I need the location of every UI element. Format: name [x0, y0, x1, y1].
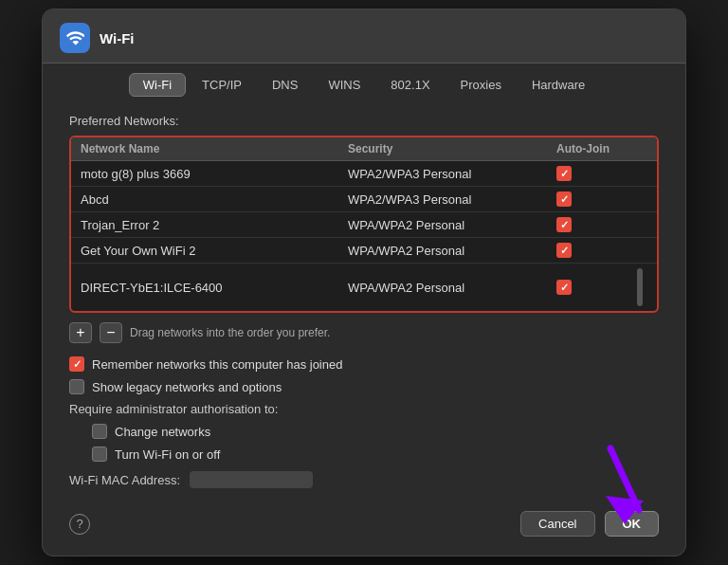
- tab-hardware[interactable]: Hardware: [518, 73, 599, 97]
- network-name-cell: Abcd: [81, 192, 348, 207]
- network-name-cell: Trojan_Error 2: [81, 218, 348, 232]
- wifi-app-icon: [60, 23, 90, 53]
- require-admin-label: Require administrator authorisation to:: [69, 402, 659, 416]
- security-cell: WPA/WPA2 Personal: [348, 281, 556, 295]
- tab-8021x[interactable]: 802.1X: [376, 73, 444, 97]
- table-body: moto g(8) plus 3669 WPA2/WPA3 Personal A…: [71, 161, 657, 311]
- turn-wifi-row: Turn Wi-Fi on or off: [69, 447, 659, 462]
- change-networks-label: Change networks: [115, 425, 210, 439]
- change-networks-row: Change networks: [69, 424, 659, 439]
- window-title: Wi-Fi: [100, 30, 135, 46]
- network-name-cell: Get Your Own WiFi 2: [81, 244, 348, 258]
- drag-hint-text: Drag networks into the order you prefer.: [130, 326, 330, 339]
- tab-proxies[interactable]: Proxies: [446, 73, 516, 97]
- remember-networks-row: Remember networks this computer has join…: [69, 356, 659, 372]
- tab-wins[interactable]: WINS: [314, 73, 374, 97]
- mac-address-value: [190, 471, 313, 488]
- mac-address-row: Wi-Fi MAC Address:: [69, 471, 659, 488]
- change-networks-checkbox[interactable]: [92, 424, 107, 439]
- table-row[interactable]: Trojan_Error 2 WPA/WPA2 Personal: [71, 212, 657, 238]
- footer: ? Cancel OK: [43, 500, 685, 540]
- content-area: Preferred Networks: Network Name Securit…: [43, 102, 685, 500]
- tab-wifi[interactable]: Wi-Fi: [129, 73, 186, 97]
- preferred-networks-label: Preferred Networks:: [69, 114, 659, 128]
- table-row[interactable]: Abcd WPA2/WPA3 Personal: [71, 187, 657, 212]
- remove-network-button[interactable]: −: [100, 322, 122, 343]
- remember-networks-label: Remember networks this computer has join…: [92, 357, 342, 372]
- titlebar: Wi-Fi: [43, 9, 685, 64]
- col-network-name: Network Name: [81, 142, 348, 155]
- add-network-button[interactable]: +: [69, 322, 92, 343]
- autojoin-checkbox[interactable]: [556, 280, 572, 295]
- ok-button[interactable]: OK: [605, 511, 660, 537]
- scrollbar[interactable]: [637, 268, 643, 306]
- table-row[interactable]: moto g(8) plus 3669 WPA2/WPA3 Personal: [71, 161, 657, 187]
- tab-dns[interactable]: DNS: [258, 73, 312, 97]
- show-legacy-checkbox[interactable]: [69, 379, 84, 394]
- show-legacy-row: Show legacy networks and options: [69, 379, 659, 394]
- autojoin-checkbox[interactable]: [556, 243, 572, 258]
- main-window: Wi-Fi Wi-Fi TCP/IP DNS WINS 802.1X Proxi…: [42, 9, 686, 556]
- table-row[interactable]: Get Your Own WiFi 2 WPA/WPA2 Personal: [71, 238, 657, 264]
- add-remove-controls: + − Drag networks into the order you pre…: [69, 322, 659, 343]
- security-cell: WPA2/WPA3 Personal: [348, 167, 556, 181]
- network-name-cell: moto g(8) plus 3669: [81, 167, 348, 181]
- network-name-cell: DIRECT-YbE1:ILCE-6400: [81, 281, 348, 295]
- autojoin-checkbox[interactable]: [556, 166, 572, 181]
- cancel-button[interactable]: Cancel: [520, 511, 594, 537]
- tab-bar: Wi-Fi TCP/IP DNS WINS 802.1X Proxies Har…: [43, 64, 685, 102]
- footer-buttons: Cancel OK: [520, 511, 659, 537]
- remember-networks-checkbox[interactable]: [69, 356, 84, 372]
- autojoin-checkbox[interactable]: [556, 191, 572, 207]
- mac-address-label: Wi-Fi MAC Address:: [69, 473, 180, 487]
- autojoin-checkbox[interactable]: [556, 217, 572, 232]
- networks-table: Network Name Security Auto-Join moto g(8…: [69, 136, 659, 313]
- table-row[interactable]: DIRECT-YbE1:ILCE-6400 WPA/WPA2 Personal: [71, 264, 657, 311]
- turn-wifi-label: Turn Wi-Fi on or off: [115, 447, 220, 462]
- show-legacy-label: Show legacy networks and options: [92, 380, 282, 394]
- col-autojoin: Auto-Join: [556, 142, 632, 155]
- security-cell: WPA2/WPA3 Personal: [348, 192, 556, 207]
- security-cell: WPA/WPA2 Personal: [348, 218, 556, 232]
- security-cell: WPA/WPA2 Personal: [348, 244, 556, 258]
- col-security: Security: [348, 142, 556, 155]
- help-button[interactable]: ?: [69, 514, 90, 535]
- table-header-row: Network Name Security Auto-Join: [71, 137, 657, 161]
- turn-wifi-checkbox[interactable]: [92, 447, 107, 462]
- tab-tcpip[interactable]: TCP/IP: [188, 73, 256, 97]
